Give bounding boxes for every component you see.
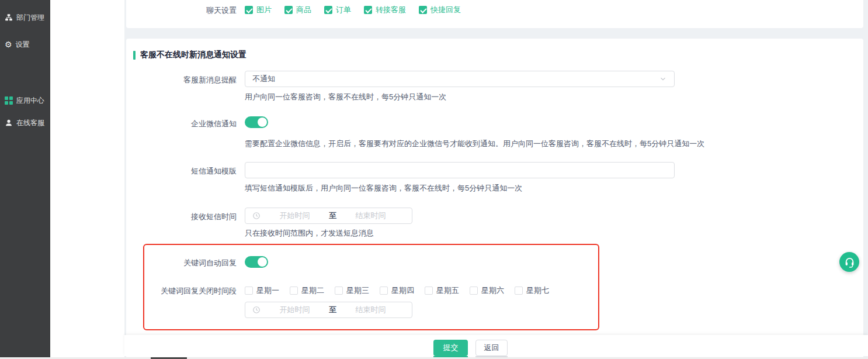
checkbox-label: 星期五 — [436, 285, 459, 296]
checkbox-unchecked-icon[interactable] — [335, 286, 343, 295]
submit-button[interactable]: 提交 — [433, 340, 468, 356]
checkbox-label: 星期六 — [481, 285, 504, 296]
sms-time-help: 只在接收时间范围内，才发送短息消息 — [245, 228, 374, 239]
wechat-notify-help: 需要配置企业微信信息，开启后，客服要有对应的企业微信号才能收到通知。用户向同一位… — [245, 139, 704, 149]
end-time-placeholder: 结束时间 — [336, 210, 405, 221]
checkbox-unchecked-icon[interactable] — [470, 286, 478, 295]
select-value: 不通知 — [252, 74, 275, 84]
checkbox-label: 图片 — [256, 5, 272, 15]
sidebar-item-label: 部门管理 — [16, 13, 44, 23]
keyword-time-range-picker[interactable]: 开始时间 至 结束时间 — [245, 302, 412, 318]
checkbox-label: 星期三 — [346, 285, 369, 296]
chat-settings-card — [126, 0, 863, 28]
app-grid-icon — [5, 96, 13, 105]
weekday-friday[interactable]: 星期五 — [425, 285, 459, 296]
weekday-thursday[interactable]: 星期四 — [380, 285, 414, 296]
back-button[interactable]: 返回 — [475, 340, 508, 356]
sidebar-item-label: 设置 — [16, 40, 30, 50]
org-chart-icon — [5, 13, 13, 22]
chat-option-transfer[interactable]: 转接客服 — [364, 5, 406, 15]
chat-option-product[interactable]: 商品 — [284, 5, 311, 15]
weekday-tuesday[interactable]: 星期二 — [290, 285, 324, 296]
help-float-button[interactable] — [839, 252, 859, 272]
new-msg-alert-select[interactable]: 不通知 — [245, 71, 675, 87]
checkbox-unchecked-icon[interactable] — [380, 286, 388, 295]
sidebar-item-app-center[interactable]: 应用中心 — [0, 95, 50, 106]
checkbox-unchecked-icon[interactable] — [245, 286, 253, 295]
weekday-monday[interactable]: 星期一 — [245, 285, 279, 296]
clock-icon — [252, 306, 261, 314]
end-time-placeholder: 结束时间 — [336, 305, 405, 315]
sidebar — [0, 0, 50, 357]
chat-settings-label: 聊天设置 — [126, 5, 237, 16]
checkbox-unchecked-icon[interactable] — [425, 286, 433, 295]
range-separator: 至 — [329, 210, 336, 221]
sms-template-input[interactable] — [245, 162, 675, 178]
chevron-down-icon — [659, 75, 667, 83]
clock-icon — [252, 212, 261, 220]
keyword-reply-toggle[interactable] — [245, 256, 268, 268]
section-title: 客服不在线时新消息通知设置 — [140, 50, 246, 60]
start-time-placeholder: 开始时间 — [261, 210, 329, 221]
secondary-panel — [50, 0, 124, 357]
person-icon — [5, 119, 13, 127]
checkbox-checked-icon[interactable] — [364, 6, 372, 14]
sidebar-item-department[interactable]: 部门管理 — [0, 12, 50, 23]
chat-options-group: 图片 商品 订单 转接客服 快捷回复 — [245, 5, 474, 15]
keyword-reply-label: 关键词自动回复 — [126, 258, 237, 268]
weekday-saturday[interactable]: 星期六 — [470, 285, 504, 296]
checkbox-label: 快捷回复 — [430, 5, 461, 15]
weekday-wednesday[interactable]: 星期三 — [335, 285, 369, 296]
checkbox-label: 商品 — [296, 5, 311, 15]
weekday-sunday[interactable]: 星期七 — [515, 285, 549, 296]
chat-option-order[interactable]: 订单 — [324, 5, 351, 15]
range-separator: 至 — [329, 305, 336, 315]
sms-template-label: 短信通知模版 — [126, 166, 237, 177]
headset-icon — [844, 257, 855, 268]
checkbox-label: 星期二 — [301, 285, 324, 296]
wechat-notify-label: 企业微信通知 — [126, 119, 237, 129]
sms-time-label: 接收短信时间 — [126, 212, 237, 222]
checkbox-checked-icon[interactable] — [245, 6, 253, 14]
sidebar-item-label: 在线客服 — [16, 118, 44, 128]
new-msg-alert-label: 客服新消息提醒 — [126, 75, 237, 85]
sms-template-help: 填写短信通知模版后，用户向同一位客服咨询，客服不在线时，每5分钟只通知一次 — [245, 183, 522, 194]
sms-time-range-picker[interactable]: 开始时间 至 结束时间 — [245, 208, 412, 224]
checkbox-label: 订单 — [336, 5, 351, 15]
checkbox-checked-icon[interactable] — [284, 6, 293, 14]
checkbox-label: 星期七 — [526, 285, 549, 296]
new-msg-alert-help: 用户向同一位客服咨询，客服不在线时，每5分钟只通知一次 — [245, 92, 446, 102]
checkbox-label: 转接客服 — [376, 5, 406, 15]
weekday-checkbox-group: 星期一 星期二 星期三 星期四 星期五 星期六 星期七 — [245, 285, 560, 296]
gear-icon: ⚙ — [5, 40, 12, 49]
checkbox-label: 星期四 — [391, 285, 414, 296]
wechat-notify-toggle[interactable] — [245, 116, 268, 128]
sidebar-item-settings[interactable]: ⚙ 设置 — [0, 39, 50, 50]
chat-option-image[interactable]: 图片 — [245, 5, 272, 15]
sidebar-item-label: 应用中心 — [16, 96, 44, 106]
checkbox-unchecked-icon[interactable] — [290, 286, 298, 295]
checkbox-checked-icon[interactable] — [324, 6, 332, 14]
checkbox-unchecked-icon[interactable] — [515, 286, 523, 295]
section-accent-bar — [133, 51, 136, 60]
start-time-placeholder: 开始时间 — [261, 305, 329, 315]
checkbox-label: 星期一 — [256, 285, 279, 296]
keyword-close-time-label: 关键词回复关闭时间段 — [126, 286, 237, 296]
chat-option-quick-reply[interactable]: 快捷回复 — [419, 5, 461, 15]
checkbox-checked-icon[interactable] — [419, 6, 427, 14]
sidebar-item-online-service[interactable]: 在线客服 — [0, 118, 50, 128]
